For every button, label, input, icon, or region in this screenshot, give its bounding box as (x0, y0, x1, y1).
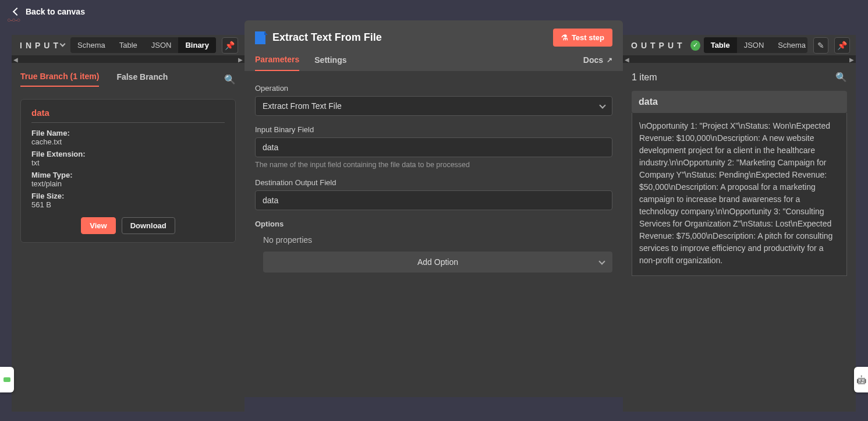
scroll-hint[interactable]: ◀▶ (12, 56, 245, 63)
parameters-tab[interactable]: Parameters (255, 55, 299, 71)
operation-label: Operation (255, 84, 612, 93)
input-binary-hint: The name of the input field containing t… (255, 161, 612, 169)
search-icon[interactable]: 🔍 (835, 72, 847, 83)
output-panel: OUTPUT ✓ Table JSON Schema ✎ 📌 ◀▶ 1 item… (623, 35, 856, 412)
chevron-down-icon (598, 258, 605, 264)
file-size-label: File Size: (31, 192, 225, 200)
input-binary-field-label: Input Binary Field (255, 125, 612, 134)
true-branch-tab[interactable]: True Branch (1 item) (20, 72, 99, 87)
assistant-drawer-tab[interactable] (854, 367, 868, 392)
test-step-button[interactable]: ⚗ Test step (553, 29, 612, 47)
destination-field-label: Destination Output Field (255, 178, 612, 187)
input-binary-field[interactable]: data (255, 137, 612, 157)
mime-type-label: Mime Type: (31, 171, 225, 179)
no-properties-text: No properties (263, 235, 612, 245)
input-view-tabs: Schema Table JSON Binary (70, 37, 216, 53)
input-panel: INPUT Schema Table JSON Binary 📌 ◀▶ True… (12, 35, 245, 412)
add-option-button[interactable]: Add Option (263, 252, 612, 273)
left-drawer-tab[interactable] (0, 367, 14, 392)
mime-type-value: text/plain (31, 179, 225, 188)
output-tab-table[interactable]: Table (704, 37, 737, 53)
input-tab-json[interactable]: JSON (144, 37, 179, 53)
settings-tab[interactable]: Settings (314, 55, 346, 70)
pin-button[interactable]: 📌 (222, 37, 238, 54)
destination-field[interactable]: data (255, 190, 612, 210)
file-icon (255, 31, 265, 44)
input-data-card: data File Name: cache.txt File Extension… (20, 99, 236, 243)
scroll-hint[interactable]: ◀▶ (623, 56, 856, 63)
edit-button[interactable]: ✎ (813, 37, 829, 54)
card-title: data (31, 108, 225, 123)
output-tab-schema[interactable]: Schema (771, 37, 807, 53)
docs-link[interactable]: Docs ↗ (583, 55, 612, 70)
options-label: Options (255, 220, 612, 228)
false-branch-tab[interactable]: False Branch (116, 72, 168, 86)
arrow-left-icon (13, 8, 21, 16)
output-view-tabs: Table JSON Schema (704, 37, 807, 53)
file-size-value: 561 B (31, 200, 225, 209)
back-to-canvas-link[interactable]: Back to canvas (14, 7, 85, 16)
item-count: 1 item (632, 72, 657, 83)
output-data-cell: \nOpportunity 1: "Project X"\nStatus: Wo… (632, 113, 847, 276)
search-icon[interactable]: 🔍 (224, 74, 236, 85)
flask-icon: ⚗ (561, 33, 568, 42)
operation-select[interactable]: Extract From Text File (255, 96, 612, 116)
file-name-value: cache.txt (31, 137, 225, 146)
chevron-down-icon (599, 102, 605, 108)
file-ext-label: File Extension: (31, 150, 225, 158)
input-tab-table[interactable]: Table (112, 37, 144, 53)
input-tab-schema[interactable]: Schema (70, 37, 112, 53)
node-config-panel: Extract Text From File ⚗ Test step Param… (245, 20, 623, 397)
file-ext-value: txt (31, 158, 225, 167)
download-button[interactable]: Download (122, 217, 175, 234)
output-column-header: data (632, 91, 847, 113)
success-check-icon: ✓ (690, 40, 700, 51)
output-title: OUTPUT (629, 41, 688, 50)
input-title: INPUT (17, 41, 67, 50)
external-link-icon: ↗ (607, 56, 612, 64)
output-tab-json[interactable]: JSON (737, 37, 771, 53)
pin-button[interactable]: 📌 (834, 37, 850, 54)
back-label: Back to canvas (26, 7, 85, 16)
file-name-label: File Name: (31, 129, 225, 137)
view-button[interactable]: View (81, 217, 115, 234)
app-logo: ○-○-○ (7, 16, 20, 23)
node-title: Extract Text From File (272, 31, 382, 44)
input-tab-binary[interactable]: Binary (178, 37, 215, 53)
